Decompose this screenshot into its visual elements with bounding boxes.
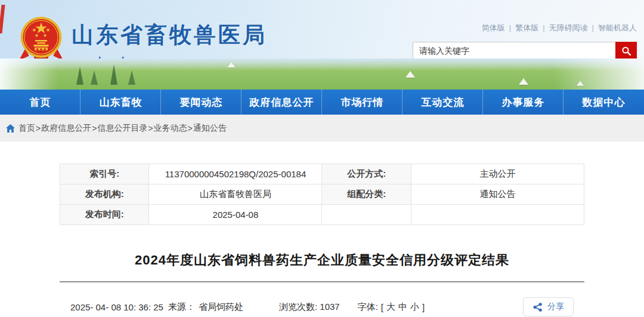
yurt-graphic bbox=[228, 62, 236, 67]
utility-links: 简体版|繁体版|无障碍阅读|智能机器人 bbox=[482, 23, 637, 33]
nav-item-home[interactable]: 首页 bbox=[0, 90, 80, 115]
tree-graphic bbox=[110, 64, 117, 85]
svg-text:★: ★ bbox=[35, 33, 39, 38]
link-traditional-chinese[interactable]: 繁体版 bbox=[515, 23, 538, 32]
breadcrumb: 首页>政府信息公开>信息公开目录>业务动态>通知公告 bbox=[0, 115, 644, 141]
yurt-graphic bbox=[577, 81, 584, 85]
nav-item-data-center[interactable]: 数据中心 bbox=[564, 90, 644, 115]
search-input[interactable] bbox=[413, 42, 615, 60]
meta-label-category: 组配分类: bbox=[322, 184, 411, 205]
breadcrumb-notices[interactable]: 通知公告 bbox=[193, 123, 227, 134]
yurt-graphic bbox=[405, 71, 415, 78]
left-red-ribbon-decoration bbox=[0, 5, 5, 33]
home-icon bbox=[6, 124, 15, 133]
share-button[interactable]: 分享 bbox=[523, 297, 574, 316]
link-simplified-chinese[interactable]: 简体版 bbox=[482, 23, 505, 32]
svg-text:★: ★ bbox=[46, 27, 51, 33]
breadcrumb-home[interactable]: 首页 bbox=[18, 123, 35, 134]
font-size-large-button[interactable]: 大 bbox=[386, 301, 395, 313]
grassland-banner-image bbox=[0, 59, 644, 90]
views-counter: 浏览次数: 1037 bbox=[279, 301, 340, 313]
font-size-small-button[interactable]: 小 bbox=[410, 301, 419, 313]
document-meta-table: 索引号: 11370000004502198Q/2025-00184 公开方式:… bbox=[60, 164, 584, 225]
table-row: 发布机构: 山东省畜牧兽医局 组配分类: 通知公告 bbox=[60, 184, 584, 205]
link-separator: | bbox=[509, 23, 511, 32]
page-title: 2024年度山东省饲料兽药生产企业质量安全信用分级评定结果 bbox=[60, 251, 584, 269]
views-value: 1037 bbox=[320, 301, 339, 312]
meta-label-publish-date: 发布时间: bbox=[60, 205, 149, 225]
table-row: 索引号: 11370000004502198Q/2025-00184 公开方式:… bbox=[60, 164, 584, 184]
nav-item-interaction[interactable]: 互动交流 bbox=[402, 90, 483, 115]
breadcrumb-separator: > bbox=[188, 124, 193, 133]
font-bracket-close: ] bbox=[422, 302, 425, 312]
font-size-control: 字体: [ 大 中 小 ] bbox=[358, 301, 425, 313]
table-row: 发布时间: 2025-04-08 bbox=[60, 205, 584, 225]
font-label: 字体: bbox=[358, 301, 378, 313]
nav-item-news[interactable]: 要闻动态 bbox=[161, 90, 242, 115]
tree-graphic bbox=[128, 70, 135, 85]
breadcrumb-info-directory[interactable]: 信息公开目录 bbox=[97, 123, 147, 134]
meta-value-publish-date: 2025-04-08 bbox=[149, 205, 322, 225]
empty-cell bbox=[411, 205, 584, 225]
search-button[interactable] bbox=[615, 42, 637, 60]
font-bracket-open: [ bbox=[381, 302, 383, 312]
font-size-medium-button[interactable]: 中 bbox=[398, 301, 407, 313]
title-divider bbox=[60, 281, 584, 282]
link-smart-robot[interactable]: 智能机器人 bbox=[598, 23, 637, 32]
breadcrumb-separator: > bbox=[36, 124, 41, 133]
link-accessibility[interactable]: 无障碍阅读 bbox=[549, 23, 588, 32]
main-navigation: 首页 山东畜牧 要闻动态 政府信息公开 市场行情 互动交流 办事服务 数据中心 bbox=[0, 90, 644, 115]
meta-label-issuing-agency: 发布机构: bbox=[60, 184, 149, 205]
nav-item-shandong-livestock[interactable]: 山东畜牧 bbox=[80, 90, 161, 115]
yurt-graphic bbox=[519, 78, 528, 85]
site-header: ★ ★ ★ ★ 山东省畜牧兽医局 xm.shandong.gov.cn 简体版|… bbox=[0, 0, 644, 90]
article-page: 索引号: 11370000004502198Q/2025-00184 公开方式:… bbox=[60, 141, 584, 316]
article-meta-bar: 2025- 04- 08 10: 36: 25 来源： 省局饲药处 浏览次数: … bbox=[60, 297, 584, 316]
site-title: 山东省畜牧兽医局 bbox=[72, 20, 267, 50]
tree-graphic bbox=[91, 70, 98, 85]
search-bar bbox=[413, 42, 637, 60]
share-label: 分享 bbox=[547, 301, 564, 312]
meta-value-category: 通知公告 bbox=[411, 184, 584, 205]
source-label: 来源： bbox=[168, 301, 195, 313]
meta-value-disclosure-method: 主动公开 bbox=[411, 164, 584, 184]
breadcrumb-business-news[interactable]: 业务动态 bbox=[154, 123, 187, 134]
meta-value-index-number: 11370000004502198Q/2025-00184 bbox=[149, 164, 322, 184]
nav-item-services[interactable]: 办事服务 bbox=[483, 90, 564, 115]
meta-label-disclosure-method: 公开方式: bbox=[322, 164, 411, 184]
nav-item-market[interactable]: 市场行情 bbox=[322, 90, 402, 115]
nav-item-gov-info[interactable]: 政府信息公开 bbox=[242, 90, 322, 115]
meta-label-index-number: 索引号: bbox=[60, 164, 149, 184]
breadcrumb-separator: > bbox=[148, 124, 153, 133]
breadcrumb-separator: > bbox=[92, 124, 97, 133]
views-label: 浏览次数: bbox=[279, 301, 317, 312]
source-value: 省局饲药处 bbox=[199, 301, 243, 313]
svg-text:★: ★ bbox=[32, 27, 36, 33]
meta-value-issuing-agency: 山东省畜牧兽医局 bbox=[149, 184, 322, 205]
tree-graphic bbox=[76, 67, 83, 85]
svg-text:★: ★ bbox=[43, 33, 47, 38]
search-icon bbox=[621, 46, 631, 56]
share-icon bbox=[532, 302, 543, 312]
publish-time: 2025- 04- 08 10: 36: 25 bbox=[70, 302, 163, 312]
link-separator: | bbox=[592, 23, 594, 32]
empty-cell bbox=[322, 205, 411, 225]
link-separator: | bbox=[543, 23, 544, 32]
breadcrumb-gov-info[interactable]: 政府信息公开 bbox=[41, 123, 91, 134]
